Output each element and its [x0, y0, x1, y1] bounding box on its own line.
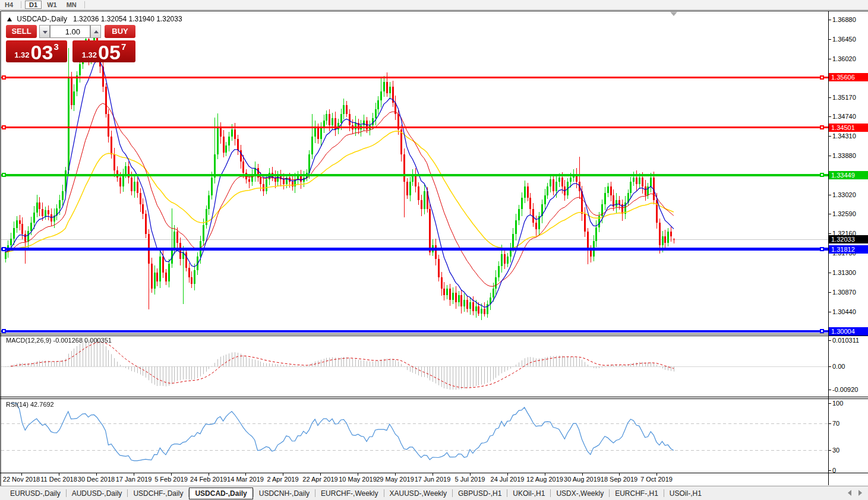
horizontal-level-line[interactable]: [1, 77, 828, 78]
price-axis-tick: [828, 97, 831, 98]
level-anchor[interactable]: [2, 329, 6, 333]
price-axis-label: 1.33880: [832, 152, 856, 159]
chart-tab-usdx-weekly[interactable]: USDX-,Weekly: [551, 488, 609, 499]
price-axis-tick: [828, 233, 831, 234]
volume-input[interactable]: 1.00: [50, 25, 90, 38]
rsi-value: 42.7692: [30, 401, 54, 408]
arrow-down-icon: [43, 31, 48, 34]
chart-tab-bar: EURUSD-,DailyAUDUSD-,DailyUSDCHF-,DailyU…: [0, 486, 868, 500]
level-anchor[interactable]: [820, 75, 824, 80]
chart-ohlc-header: USDCAD-,Daily 1.32036 1.32054 1.31940 1.…: [7, 15, 182, 23]
horizontal-level-line[interactable]: [1, 174, 828, 176]
rsi-axis-label: 70: [832, 420, 839, 427]
level-anchor[interactable]: [820, 173, 824, 177]
macd-axis-label: 0.00: [832, 363, 845, 370]
panel-separator: [0, 336, 868, 336]
rsi-indicator-canvas[interactable]: [0, 399, 828, 473]
chart-tab-ukoil-h1[interactable]: UKOil-,H1: [507, 488, 550, 499]
chart-tab-gbpusd-h1[interactable]: GBPUSD-,H1: [453, 488, 507, 499]
level-anchor[interactable]: [2, 173, 6, 177]
price-axis-tick: [828, 136, 831, 137]
timeframe-d1-button[interactable]: D1: [25, 1, 42, 9]
level-anchor[interactable]: [2, 125, 6, 129]
timeframe-w1-button[interactable]: W1: [43, 1, 61, 9]
rsi-axis-label: 30: [832, 447, 839, 454]
chart-shift-marker-icon[interactable]: [670, 12, 677, 16]
price-axis-label: 1.36020: [832, 55, 856, 62]
volume-increase-button[interactable]: [90, 25, 101, 38]
current-price-tag: 1.32033: [829, 235, 868, 243]
price-level-tag: 1.35606: [829, 73, 868, 81]
level-anchor[interactable]: [2, 75, 6, 80]
date-axis-label: 18 Sep 2019: [601, 476, 637, 483]
chart-tab-usdchf-daily[interactable]: USDCHF-,Daily: [128, 488, 188, 499]
date-axis-label: 22 Apr 2019: [302, 476, 337, 483]
chart-tab-eurchf-h1[interactable]: EURCHF-,H1: [610, 488, 664, 499]
horizontal-level-line[interactable]: [1, 330, 828, 333]
horizontal-level-line[interactable]: [1, 126, 828, 128]
one-click-trading-panel: SELL 1.00 BUY 1.32 03 3 1.32 05 7: [6, 25, 135, 62]
price-axis-label: 1.34740: [832, 113, 856, 120]
buy-price-prefix: 1.32: [82, 50, 97, 59]
sell-price-display[interactable]: 1.32 03 3: [6, 40, 67, 62]
price-level-tag: 1.31812: [829, 245, 868, 254]
arrow-up-icon: [94, 30, 99, 33]
buy-price-pip: 7: [121, 42, 126, 52]
panel-separator[interactable]: [0, 334, 868, 334]
sell-price-pip: 3: [53, 42, 58, 52]
chart-tab-eurchf-weekly[interactable]: EURCHF-,Weekly: [315, 488, 383, 499]
chart-tab-usdcnh-daily[interactable]: USDCNH-,Daily: [254, 488, 315, 499]
chart-tab-xauusd-weekly[interactable]: XAUUSD-,Weekly: [384, 488, 452, 499]
macd-axis-label: -0.00920: [832, 386, 858, 393]
buy-price-display[interactable]: 1.32 05 7: [72, 40, 135, 62]
date-axis-label: 30 Aug 2019: [564, 476, 601, 483]
price-axis-label: 1.35170: [832, 94, 856, 101]
collapse-arrow-icon[interactable]: [7, 17, 12, 21]
toolbar-separator: [84, 1, 85, 8]
price-axis-label: 1.30440: [832, 308, 856, 315]
rsi-name: RSI(14): [6, 401, 29, 408]
timeframe-mn-button[interactable]: MN: [62, 1, 81, 9]
horizontal-level-line[interactable]: [1, 248, 828, 251]
timeframe-toolbar: H4 D1 W1 MN: [0, 0, 868, 10]
macd-indicator-canvas[interactable]: [0, 336, 828, 397]
level-anchor[interactable]: [820, 329, 824, 333]
level-anchor[interactable]: [2, 247, 6, 251]
panel-separator[interactable]: [0, 397, 868, 397]
date-axis-label: 11 Dec 2018: [40, 476, 77, 483]
chart-tab-usdcad-daily[interactable]: USDCAD-,Daily: [189, 488, 252, 499]
sell-price-main: 03: [31, 42, 53, 62]
macd-signal-value: 0.000351: [84, 337, 112, 344]
price-axis-tick: [828, 156, 831, 156]
sell-button[interactable]: SELL: [6, 25, 37, 38]
macd-label: MACD(12,26,9) -0.001268 0.000351: [6, 337, 112, 344]
date-axis-label: 22 Nov 2018: [3, 476, 40, 483]
chart-tab-eurusd-daily[interactable]: EURUSD-,Daily: [5, 488, 66, 499]
volume-decrease-button[interactable]: [39, 25, 50, 38]
rsi-axis-tick: [828, 423, 831, 424]
macd-axis-label: 0.010311: [832, 337, 859, 344]
level-anchor[interactable]: [820, 247, 824, 251]
tabs-scroll-right-icon[interactable]: [858, 490, 862, 496]
macd-axis-tick: [828, 390, 831, 390]
price-axis-tick: [828, 195, 831, 195]
price-axis-tick: [828, 273, 831, 273]
macd-axis-tick: [828, 366, 831, 367]
level-anchor[interactable]: [820, 125, 824, 129]
buy-button[interactable]: BUY: [105, 25, 135, 38]
price-level-tag: 1.34501: [829, 124, 868, 132]
price-axis-tick: [828, 20, 831, 20]
chart-tab-usoil-h1[interactable]: USOil-,H1: [664, 488, 707, 499]
price-axis-tick: [828, 312, 831, 312]
rsi-axis-label: 0: [832, 467, 836, 474]
rsi-axis-tick: [828, 403, 831, 404]
tab-scroll-arrows: [848, 490, 862, 496]
chart-tab-audusd-daily[interactable]: AUDUSD-,Daily: [67, 488, 128, 499]
buy-price-main: 05: [98, 42, 121, 62]
tabs-scroll-left-icon[interactable]: [848, 490, 851, 496]
date-axis-label: 10 May 2019: [339, 476, 377, 483]
rsi-axis-tick: [828, 470, 831, 471]
timeframe-h4-button[interactable]: H4: [1, 1, 17, 9]
price-axis-label: 1.36450: [832, 36, 856, 43]
macd-name: MACD(12,26,9): [6, 337, 51, 344]
